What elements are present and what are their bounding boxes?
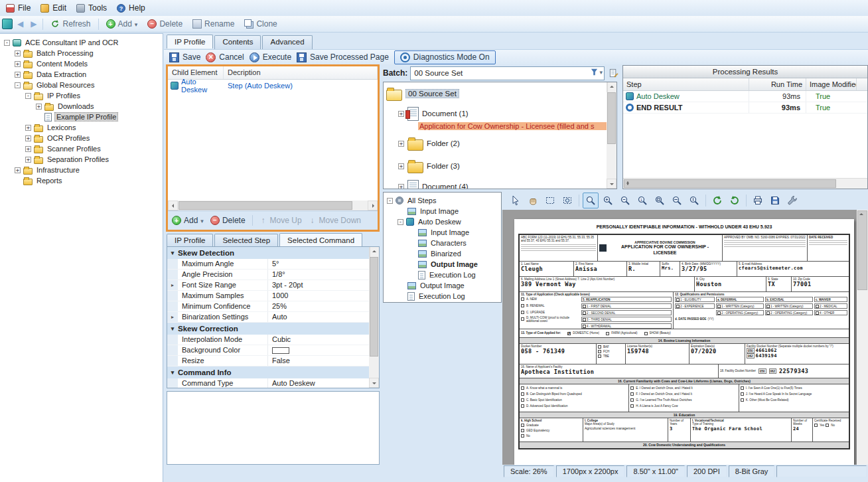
expand-icon[interactable]	[25, 135, 31, 141]
expand-icon[interactable]	[25, 125, 31, 131]
property-value[interactable]: 1/8°	[268, 270, 369, 280]
pointer-tool-button[interactable]	[508, 193, 524, 208]
tab-ip-profile[interactable]: IP Profile	[167, 35, 213, 48]
print-button[interactable]	[750, 193, 766, 208]
column-header-step[interactable]: Step	[623, 78, 749, 90]
tree-node-ip-profiles[interactable]: IP Profiles	[0, 90, 163, 101]
collapse-icon[interactable]	[398, 219, 403, 225]
tree-node-content-models[interactable]: Content Models	[0, 58, 163, 69]
tree-node-separation-profiles[interactable]: Separation Profiles	[0, 154, 163, 165]
category-command-info[interactable]: Command Info	[167, 366, 369, 378]
zoom-out-button[interactable]	[617, 193, 633, 208]
collapse-icon[interactable]	[387, 198, 393, 204]
property-value[interactable]	[268, 345, 369, 355]
menu-file[interactable]: File	[3, 2, 37, 14]
forward-button[interactable]	[28, 19, 39, 29]
scroll-up-button[interactable]	[607, 82, 608, 92]
property-row[interactable]: ResizeFalse	[167, 356, 369, 366]
preview-vertical-scrollbar[interactable]	[857, 210, 868, 465]
expand-icon[interactable]	[167, 312, 178, 322]
menu-tools[interactable]: Tools	[73, 2, 113, 14]
property-row[interactable]: Binarization SettingsAuto	[167, 312, 369, 323]
menu-edit[interactable]: Edit	[37, 2, 73, 14]
save-button[interactable]: Save	[169, 52, 200, 62]
refresh-button[interactable]: Refresh	[46, 18, 94, 30]
delete-button[interactable]: Delete	[143, 18, 186, 30]
cancel-button[interactable]: Cancel	[206, 52, 244, 62]
collapse-icon[interactable]	[25, 93, 31, 99]
scrollbar-thumb[interactable]	[607, 92, 616, 144]
magnifier-tool-button[interactable]	[583, 193, 599, 208]
scrollbar-thumb[interactable]	[179, 201, 352, 210]
chevron-down-icon[interactable]	[599, 68, 603, 76]
property-row[interactable]: Interpolation ModeCubic	[167, 335, 369, 345]
batch-node-source-set[interactable]: 00 Source Set	[384, 84, 607, 103]
category-skew-correction[interactable]: Skew Correction	[167, 323, 369, 335]
step-node-output-image-selected[interactable]: Output Image	[384, 259, 501, 270]
category-skew-detection[interactable]: Skew Detection	[167, 247, 369, 259]
step-node-execution-log[interactable]: Execution Log	[384, 291, 501, 301]
rename-button[interactable]: Rename	[188, 18, 238, 30]
expand-icon[interactable]	[398, 184, 404, 189]
property-row[interactable]: Maximum Samples1000	[167, 291, 369, 301]
property-value[interactable]: Cubic	[268, 335, 369, 345]
property-row[interactable]: Command TypeAuto Deskew	[167, 378, 369, 388]
zoom-actual-size-button[interactable]: 1	[634, 193, 650, 208]
step-node-deskew-execution-log[interactable]: Execution Log	[384, 270, 501, 280]
tree-node-data-extraction[interactable]: Data Extraction	[0, 69, 163, 80]
step-node-auto-deskew[interactable]: Auto Deskew	[384, 216, 501, 227]
step-node-all-steps[interactable]: All Steps	[384, 195, 501, 206]
scrollbar-thumb[interactable]	[370, 257, 378, 357]
collapse-icon[interactable]	[15, 82, 21, 88]
save-image-button[interactable]	[767, 193, 783, 208]
color-swatch[interactable]	[272, 347, 289, 354]
tree-node-ocr-profiles[interactable]: OCR Profiles	[0, 133, 163, 143]
select-region-button[interactable]	[542, 193, 558, 208]
property-value[interactable]: 25%	[268, 301, 369, 311]
diagnostics-mode-toggle[interactable]: Diagnostics Mode On	[394, 50, 496, 64]
tab-contents[interactable]: Contents	[214, 35, 261, 49]
tab-selected-command[interactable]: Selected Command	[279, 233, 362, 247]
tree-node-global-resources[interactable]: Global Resources	[0, 80, 163, 90]
step-node-input-image[interactable]: Input Image	[384, 206, 501, 216]
save-processed-page-button[interactable]: Save Processed Page	[297, 52, 389, 62]
tree-node-root[interactable]: ACE Consultant IP and OCR	[0, 37, 163, 48]
pan-tool-button[interactable]	[525, 193, 541, 208]
property-value[interactable]: 1000	[268, 291, 369, 301]
tree-node-downloads[interactable]: Downloads	[0, 101, 163, 112]
tree-node-scanner-profiles[interactable]: Scanner Profiles	[0, 143, 163, 154]
batch-node-document-4[interactable]: Document (4)	[384, 178, 607, 189]
expand-icon[interactable]	[25, 146, 31, 152]
vertical-scrollbar[interactable]	[369, 247, 379, 388]
property-row[interactable]: Minimum Confidence25%	[167, 301, 369, 312]
expand-icon[interactable]	[15, 50, 21, 56]
step-node-output-image[interactable]: Output Image	[384, 280, 501, 291]
expand-icon[interactable]	[15, 61, 21, 67]
scroll-down-button[interactable]	[607, 179, 616, 189]
property-row[interactable]: Font Size Range3pt - 20pt	[167, 280, 369, 291]
expand-icon[interactable]	[167, 280, 178, 290]
zoom-in-button[interactable]	[600, 193, 616, 208]
property-row[interactable]: Background Color	[167, 345, 369, 356]
collapse-icon[interactable]	[4, 40, 10, 46]
tab-ip-profile-props[interactable]: IP Profile	[167, 234, 213, 248]
grid-row-auto-deskew[interactable]: Auto Deskew Step (Auto Deskew)	[168, 80, 378, 92]
horizontal-scrollbar[interactable]	[168, 201, 378, 210]
batch-notes-button[interactable]	[607, 67, 620, 80]
rotate-button[interactable]	[727, 193, 743, 208]
property-value[interactable]: Auto Deskew	[268, 378, 369, 388]
scroll-right-button[interactable]	[368, 201, 378, 210]
viewer-settings-button[interactable]	[784, 193, 800, 208]
refresh-image-button[interactable]	[709, 193, 725, 208]
scrollbar-thumb[interactable]	[624, 179, 836, 188]
document-preview-area[interactable]: PERSONALLY IDENTIFIABLE INFORMATION - WI…	[502, 210, 857, 465]
expand-icon[interactable]	[25, 157, 31, 163]
property-row[interactable]: Maximum Angle5°	[167, 259, 369, 270]
results-row-auto-deskew[interactable]: Auto Deskew 93ms True	[623, 91, 867, 102]
batch-node-document-1[interactable]: Document (1) Application for Cow Ownersh…	[384, 106, 607, 130]
tab-selected-step[interactable]: Selected Step	[214, 234, 278, 248]
move-up-button[interactable]: Move Up	[259, 216, 302, 225]
zoom-region-button[interactable]	[559, 193, 575, 208]
zoom-height-button[interactable]	[686, 193, 702, 208]
zoom-width-button[interactable]	[669, 193, 685, 208]
